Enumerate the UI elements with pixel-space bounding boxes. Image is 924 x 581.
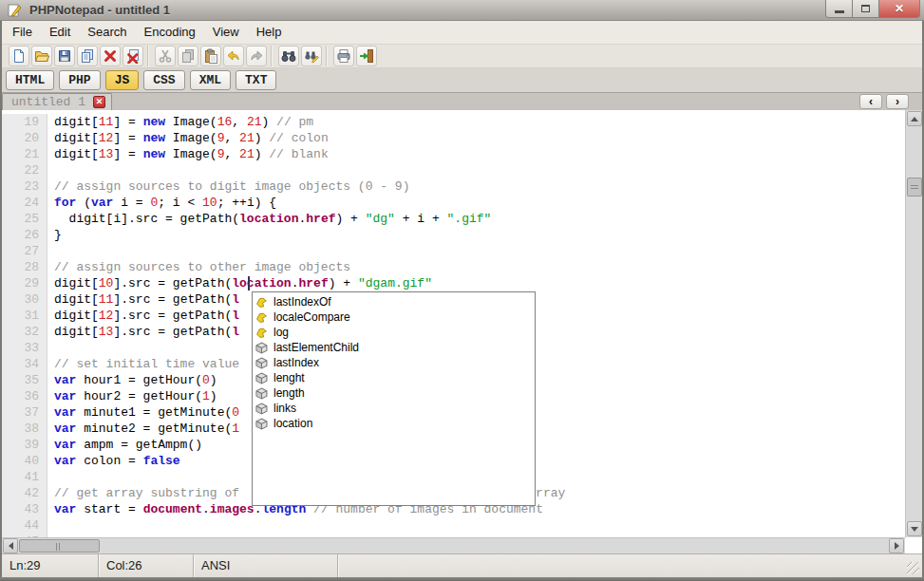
open-file-button[interactable]: [31, 46, 52, 66]
exit-button[interactable]: [356, 46, 377, 66]
code-token: l: [232, 292, 239, 307]
code-token: 11: [99, 292, 114, 307]
code-line-text: // assign sources to other image objects: [47, 259, 905, 275]
editor[interactable]: 19digit[11] = new Image(16, 21) // pm20d…: [2, 110, 922, 537]
line-number: 44: [2, 517, 47, 534]
redo-button[interactable]: [246, 46, 267, 66]
code-token: // set initial time value: [54, 357, 239, 371]
menu-item-help[interactable]: Help: [248, 21, 291, 44]
code-token: ) +: [336, 212, 366, 226]
horizontal-scrollbar-thumb[interactable]: [19, 539, 100, 553]
line-number: 28: [2, 259, 47, 275]
autocomplete-item-lenght[interactable]: lenght: [253, 370, 535, 385]
toolbar-group-1: [5, 46, 148, 66]
scroll-right-button[interactable]: [889, 538, 904, 553]
vertical-scrollbar-thumb[interactable]: [907, 178, 922, 197]
autocomplete-item-location[interactable]: location: [253, 416, 535, 431]
tab-html[interactable]: HTML: [6, 70, 54, 90]
autocomplete-popup: lastIndexOflocaleCompareloglastElementCh…: [252, 291, 536, 506]
code-token: 21: [247, 115, 262, 129]
code-line-text: digit[13] = new Image(9, 21) // blank: [47, 146, 905, 162]
replace-button[interactable]: [301, 46, 322, 66]
scroll-up-button[interactable]: [907, 111, 922, 126]
scroll-down-button[interactable]: [907, 521, 922, 536]
autocomplete-item-log[interactable]: log: [253, 325, 535, 340]
code-token: var: [91, 196, 113, 210]
vertical-scrollbar[interactable]: [905, 110, 922, 537]
autocomplete-item-length[interactable]: length: [253, 385, 535, 401]
print-button[interactable]: [333, 46, 354, 66]
document-tab-untitled-1[interactable]: untitled 1 ✕: [2, 93, 112, 110]
code-line: 24for (var i = 0; i < 10; ++i) {: [2, 195, 905, 211]
tab-js[interactable]: JS: [105, 70, 140, 90]
code-line: 28// assign sources to other image objec…: [2, 259, 905, 275]
horizontal-scrollbar[interactable]: [2, 537, 905, 553]
minimize-button[interactable]: [826, 0, 853, 17]
new-file-button[interactable]: [9, 46, 29, 66]
line-number: 20: [2, 130, 47, 146]
tab-xml[interactable]: XML: [190, 70, 231, 90]
save-all-button[interactable]: [77, 46, 98, 66]
code-token: digit[: [54, 147, 99, 161]
find-button[interactable]: [278, 46, 299, 66]
code-token: ].src = getPath(: [113, 276, 232, 290]
code-token: 13: [99, 325, 114, 339]
code-token: var: [54, 373, 76, 387]
code-token: ; ++i) {: [217, 196, 276, 210]
code-token: var: [54, 405, 76, 420]
autocomplete-item-links[interactable]: links: [253, 401, 535, 416]
method-icon: [255, 311, 268, 324]
code-token: 12: [99, 131, 114, 145]
tab-php[interactable]: PHP: [59, 70, 100, 90]
menu-item-edit[interactable]: Edit: [41, 21, 79, 44]
line-number: 35: [2, 372, 47, 388]
line-number: 27: [2, 243, 47, 259]
scroll-left-button[interactable]: [3, 538, 18, 553]
undo-button[interactable]: [223, 46, 244, 66]
maximize-button[interactable]: [853, 0, 879, 17]
close-tab-icon[interactable]: ✕: [93, 96, 105, 108]
autocomplete-label: links: [273, 401, 296, 416]
tab-css[interactable]: CSS: [143, 70, 184, 90]
code-token: ] =: [113, 147, 142, 161]
save-file-button[interactable]: [54, 46, 75, 66]
autocomplete-item-localeCompare[interactable]: localeCompare: [253, 309, 535, 325]
close-file-button[interactable]: [100, 46, 121, 66]
cut-button[interactable]: [155, 46, 176, 66]
paste-button[interactable]: [200, 46, 221, 66]
scroll-tabs-left-button[interactable]: ‹: [859, 94, 882, 109]
autocomplete-item-lastIndex[interactable]: lastIndex: [253, 355, 535, 370]
code-token: location: [232, 276, 291, 290]
code-line-text: digit[10].src = getPath(location.href) +…: [47, 275, 905, 291]
redo-icon: [249, 48, 264, 64]
autocomplete-label: lastElementChild: [273, 340, 359, 355]
menu-item-view[interactable]: View: [204, 21, 248, 44]
code-token: digit[: [54, 325, 99, 339]
autocomplete-item-lastElementChild[interactable]: lastElementChild: [253, 340, 535, 355]
close-button[interactable]: ✕: [879, 0, 919, 17]
close-all-button[interactable]: [123, 46, 143, 66]
method-icon: [255, 327, 268, 339]
line-number: 22: [2, 162, 47, 178]
scroll-tabs-right-button[interactable]: ›: [886, 94, 909, 109]
language-tabs: HTMLPHPJSCSSXMLTXT: [2, 68, 922, 93]
autocomplete-item-lastIndexOf[interactable]: lastIndexOf: [253, 294, 535, 309]
resize-grip-icon[interactable]: [907, 562, 919, 574]
menu-item-search[interactable]: Search: [79, 21, 135, 44]
method-icon: [255, 296, 268, 309]
code-token: start =: [76, 502, 142, 516]
menu-item-file[interactable]: File: [4, 21, 41, 44]
code-token: (: [76, 196, 91, 210]
code-token: digit[: [54, 276, 99, 290]
line-number: 31: [2, 308, 47, 324]
arrow-left-icon: [9, 542, 13, 550]
code-token: ,: [232, 115, 247, 129]
code-token: href: [298, 276, 328, 290]
copy-button[interactable]: [178, 46, 198, 66]
tab-txt[interactable]: TXT: [236, 70, 276, 90]
scrollbar-corner: [905, 537, 922, 553]
menu-item-encoding[interactable]: Encoding: [136, 21, 204, 44]
code-token: 16: [217, 115, 233, 129]
status-encoding: ANSI: [194, 554, 338, 577]
close-all-icon: [125, 48, 141, 64]
